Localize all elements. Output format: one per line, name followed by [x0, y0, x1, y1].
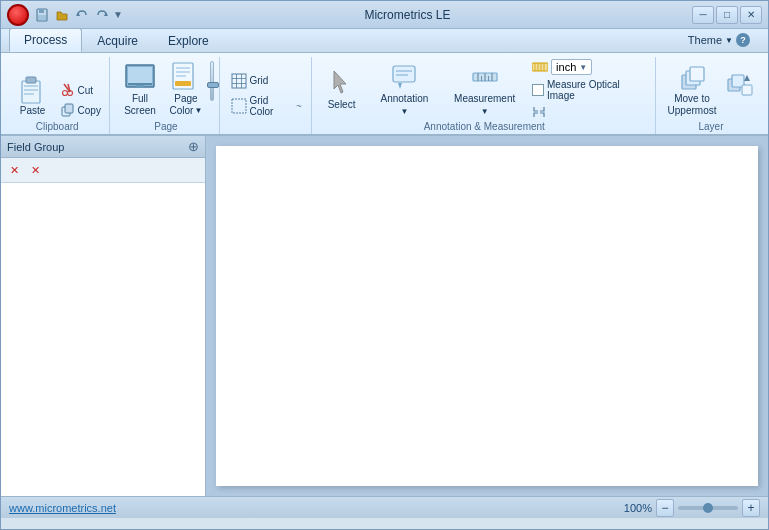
svg-rect-22 — [176, 71, 190, 73]
app-title: Micrometrics LE — [123, 8, 692, 22]
cut-button[interactable]: Cut — [57, 81, 104, 99]
svg-rect-24 — [175, 81, 191, 86]
window-controls: ─ □ ✕ — [692, 6, 762, 24]
layer-label: Layer — [699, 119, 724, 134]
field-panel-body — [1, 183, 205, 496]
full-screen-button[interactable]: FullScreen — [118, 59, 162, 119]
tab-acquire[interactable]: Acquire — [82, 29, 153, 52]
annotation-measurement-group: Select Annotati — [314, 57, 656, 134]
tab-explore[interactable]: Explore — [153, 29, 224, 52]
expand-icon — [532, 105, 546, 119]
tab-process[interactable]: Process — [9, 28, 82, 52]
svg-rect-5 — [22, 81, 40, 103]
brightness-thumb[interactable] — [207, 82, 219, 88]
svg-rect-8 — [24, 89, 38, 91]
svg-rect-25 — [232, 74, 246, 88]
redo-button[interactable] — [93, 6, 111, 24]
measurement-label: Measurement ▼ — [449, 93, 520, 117]
title-bar: ▼ Micrometrics LE ─ □ ✕ — [1, 1, 768, 29]
open-button[interactable] — [53, 6, 71, 24]
svg-marker-53 — [744, 75, 750, 81]
quick-access-toolbar: ▼ — [33, 6, 123, 24]
zoom-level: 100% — [624, 502, 652, 514]
field-delete-button-2[interactable]: ✕ — [26, 161, 44, 179]
main-area: Field Group ⊕ ✕ ✕ — [1, 136, 768, 496]
page-color-button[interactable]: PageColor▼ — [164, 59, 208, 119]
select-button[interactable]: Select — [320, 65, 364, 113]
maximize-button[interactable]: □ — [716, 6, 738, 24]
move-to-uppermost-button[interactable]: Move toUppermost — [664, 59, 721, 119]
close-button[interactable]: ✕ — [740, 6, 762, 24]
layer-up-button[interactable] — [722, 69, 758, 101]
brightness-slider[interactable] — [210, 61, 214, 101]
page-group: FullScreen PageColor▼ — [112, 57, 220, 134]
zoom-slider[interactable] — [678, 506, 738, 510]
field-panel-toolbar: ✕ ✕ — [1, 158, 205, 183]
svg-rect-17 — [128, 67, 152, 83]
svg-marker-31 — [334, 71, 346, 93]
annotation-measurement-label: Annotation & Measurement — [424, 119, 545, 134]
app-icon — [7, 4, 29, 26]
theme-arrow: ▼ — [725, 36, 733, 45]
page-color-arrow: ▼ — [194, 106, 202, 116]
zoom-in-button[interactable]: + — [742, 499, 760, 517]
svg-point-12 — [62, 91, 67, 96]
ribbon-tabs: Process Acquire Explore Theme ▼ ? — [1, 29, 768, 53]
clipboard-label: Clipboard — [36, 119, 79, 134]
theme-button[interactable]: Theme ▼ ? — [678, 31, 760, 49]
annotation-button[interactable]: Annotation ▼ — [372, 59, 438, 119]
svg-rect-30 — [232, 99, 246, 113]
svg-rect-1 — [39, 9, 44, 13]
canvas[interactable] — [216, 146, 758, 486]
svg-rect-6 — [26, 77, 36, 83]
zoom-slider-thumb[interactable] — [703, 503, 713, 513]
svg-rect-18 — [128, 83, 152, 85]
field-delete-button-1[interactable]: ✕ — [5, 161, 23, 179]
unit-arrow: ▼ — [579, 63, 587, 72]
svg-rect-32 — [393, 66, 415, 82]
page-label: Page — [154, 119, 177, 134]
svg-rect-2 — [38, 15, 46, 20]
annotation-label: Annotation ▼ — [376, 93, 434, 117]
field-panel-header: Field Group ⊕ — [1, 136, 205, 158]
page-color-label: PageColor▼ — [170, 93, 203, 117]
status-bar: www.micrometrics.net 100% − + — [1, 496, 768, 518]
field-panel: Field Group ⊕ ✕ ✕ — [1, 136, 206, 496]
move-to-uppermost-label: Move toUppermost — [668, 93, 717, 117]
website-link[interactable]: www.micrometrics.net — [9, 502, 116, 514]
unit-dropdown[interactable]: inch ▼ — [551, 59, 592, 75]
paste-button[interactable]: Paste — [11, 71, 55, 119]
undo-button[interactable] — [73, 6, 91, 24]
minimize-button[interactable]: ─ — [692, 6, 714, 24]
measure-optical-checkbox[interactable]: Measure Optical Image — [532, 79, 649, 101]
measurement-button[interactable]: Measurement ▼ — [445, 59, 524, 119]
svg-rect-9 — [24, 93, 34, 95]
full-screen-label: FullScreen — [124, 93, 156, 117]
grid-group: Grid Grid Color ~ — [222, 57, 311, 134]
svg-rect-15 — [65, 104, 73, 113]
save-button[interactable] — [33, 6, 51, 24]
svg-rect-52 — [742, 85, 752, 95]
svg-rect-7 — [24, 85, 38, 87]
annotation-arrow: ▼ — [400, 107, 408, 116]
grid-color-button[interactable]: Grid Color ~ — [228, 94, 304, 118]
title-left: ▼ — [7, 4, 123, 26]
zoom-controls: 100% − + — [624, 499, 760, 517]
zoom-out-button[interactable]: − — [656, 499, 674, 517]
svg-rect-21 — [176, 67, 190, 69]
svg-rect-42 — [532, 63, 548, 71]
canvas-area — [206, 136, 768, 496]
copy-button[interactable]: Copy — [57, 101, 104, 119]
pin-icon[interactable]: ⊕ — [188, 139, 199, 154]
clipboard-group: Paste Cut — [5, 57, 110, 134]
quick-access-dropdown[interactable]: ▼ — [113, 9, 123, 20]
layer-group: Move toUppermost Layer — [658, 57, 764, 134]
field-panel-title: Field Group — [7, 141, 64, 153]
svg-rect-49 — [690, 67, 704, 81]
help-icon[interactable]: ? — [736, 33, 750, 47]
grid-button[interactable]: Grid — [228, 72, 271, 90]
grid-color-arrow: ~ — [296, 101, 301, 111]
svg-rect-19 — [136, 85, 144, 88]
ribbon: Paste Cut — [1, 53, 768, 136]
svg-rect-23 — [176, 75, 186, 77]
